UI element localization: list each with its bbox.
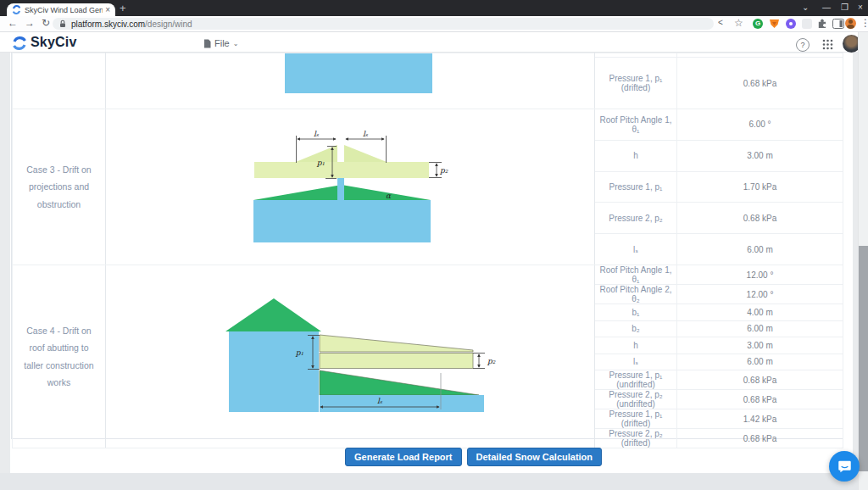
chat-widget-button[interactable]	[829, 451, 860, 482]
case3-ls-left-label: lₛ	[314, 130, 320, 138]
results-table-card: Pressure 1, p₁ (drifted) 0.68 kPa Case 3…	[11, 53, 843, 439]
page-scrollbar-thumb[interactable]	[859, 246, 868, 471]
file-menu[interactable]: File ⌄	[203, 38, 238, 48]
case4-diagram-cell: p₁ p₂ lₛ	[106, 265, 595, 448]
extensions-puzzle-icon[interactable]	[816, 19, 827, 29]
param-value: 6.00 m	[677, 320, 843, 337]
file-menu-label: File	[214, 38, 230, 48]
param-label: b₂	[595, 320, 677, 337]
bookmark-star-icon[interactable]: ☆	[734, 18, 743, 28]
back-icon[interactable]: ←	[8, 18, 18, 28]
tab-close-icon[interactable]: ×	[105, 6, 110, 14]
param-value: 6.00 m	[677, 234, 843, 265]
param-value: 1.42 kPa	[677, 409, 843, 429]
window-restore-icon[interactable]: ❐	[841, 3, 849, 12]
param-value: 12.00 °	[677, 265, 843, 285]
param-value: 0.68 kPa	[677, 429, 843, 448]
browser-menu-icon[interactable]: ⋮	[860, 18, 868, 28]
case3-p2-label: p₂	[439, 166, 448, 175]
avatar-face	[849, 19, 853, 24]
lock-icon	[59, 19, 66, 28]
param-label: b₁	[595, 304, 677, 321]
param-label: h	[595, 140, 677, 171]
skyciv-favicon	[12, 5, 21, 14]
case3-diagram-cell: lₛ lₛ p₁ p₂ α	[106, 109, 595, 265]
window-minimize-icon[interactable]: —	[822, 3, 831, 12]
share-icon[interactable]: <	[718, 19, 723, 27]
param-label: h	[595, 337, 677, 354]
window-menu-icon[interactable]: ⌄	[802, 3, 809, 12]
param-label: Pressure 1, p₁	[595, 171, 677, 203]
case4-ls-label: lₛ	[377, 397, 383, 405]
case4-diagram: p₁ p₂ lₛ	[106, 275, 593, 439]
browser-profile-avatar[interactable]	[845, 18, 856, 29]
url-text: platform.skyciv.com/design/wind	[71, 19, 192, 29]
case2-diagram-partial	[106, 53, 593, 109]
snow-results-table: Pressure 1, p₁ (drifted) 0.68 kPa Case 3…	[12, 53, 843, 448]
detailed-snow-calculation-button[interactable]: Detailed Snow Calculation	[467, 448, 603, 466]
action-buttons: Generate Load Report Detailed Snow Calcu…	[345, 448, 602, 466]
param-label: Roof Pitch Angle 1, θ₁	[595, 265, 677, 285]
case-label-cell	[13, 53, 106, 109]
brand-title[interactable]: SkyCiv	[31, 35, 77, 50]
param-label: Pressure 1, p₁ (undrifted)	[595, 370, 677, 390]
new-tab-button[interactable]: +	[120, 2, 126, 14]
case3-alpha-label: α	[386, 192, 392, 200]
metamask-extension-icon[interactable]	[769, 19, 780, 29]
param-value: 0.68 kPa	[677, 203, 843, 234]
file-chevron-icon: ⌄	[233, 40, 239, 47]
address-bar[interactable]: platform.skyciv.com/design/wind	[53, 18, 714, 30]
param-value: 0.68 kPa	[677, 58, 843, 109]
param-value: 4.00 m	[677, 304, 843, 321]
file-icon	[203, 39, 211, 48]
tab-title: SkyCiv Wind Load Genera	[25, 6, 103, 14]
param-value: 6.00 °	[677, 109, 843, 141]
skyciv-logo-icon[interactable]	[12, 36, 27, 51]
param-value: 6.00 m	[677, 354, 843, 370]
browser-tab[interactable]: SkyCiv Wind Load Genera ×	[7, 3, 115, 16]
param-value: 0.68 kPa	[677, 390, 843, 409]
footer-strip	[0, 473, 868, 490]
reload-icon[interactable]: ↻	[42, 18, 50, 28]
grammarly-extension-icon[interactable]: G	[753, 19, 763, 29]
case4-p1-label: p₁	[295, 348, 304, 357]
disabled-extension-icon[interactable]	[802, 19, 812, 29]
param-label: Pressure 1, p₁ (drifted)	[595, 58, 677, 109]
param-label: Pressure 2, p₂ (drifted)	[595, 429, 677, 448]
side-panel-icon[interactable]	[832, 19, 844, 29]
param-label: lₛ	[595, 234, 677, 265]
param-value: 12.00 °	[677, 285, 843, 304]
browser-titlebar: SkyCiv Wind Load Genera × + ⌄ — ❐ ×	[0, 0, 868, 16]
help-button[interactable]: ?	[796, 38, 810, 52]
case4-p2-label: p₂	[487, 357, 496, 365]
param-value: 3.00 m	[677, 140, 843, 171]
param-label: Pressure 1, p₁ (drifted)	[595, 409, 677, 429]
purple-extension-glyph	[789, 22, 793, 25]
param-label: Pressure 2, p₂ (undrifted)	[595, 390, 677, 409]
case3-p1-label: p₁	[316, 159, 326, 167]
case2-diagram-cell	[106, 53, 595, 109]
case4-label-cell: Case 4 - Drift on roof abutting to talle…	[13, 265, 106, 448]
chat-icon	[837, 459, 852, 474]
param-value: 1.70 kPa	[677, 171, 843, 203]
case3-label-cell: Case 3 - Drift on projections and obstru…	[13, 109, 106, 265]
apps-grid-icon[interactable]	[822, 39, 833, 50]
app-header	[0, 32, 858, 53]
param-label: Pressure 2, p₂	[595, 203, 677, 234]
url-domain: platform.skyciv.com	[71, 19, 145, 29]
param-label: Roof Pitch Angle 1, θ₁	[595, 109, 677, 141]
window-close-icon[interactable]: ×	[858, 3, 863, 12]
case3-diagram: lₛ lₛ p₁ p₂ α	[106, 109, 593, 264]
case3-ls-right-label: lₛ	[363, 130, 369, 138]
param-label: lₛ	[595, 354, 677, 370]
forward-icon[interactable]: →	[25, 18, 35, 28]
param-value: 0.68 kPa	[677, 370, 843, 390]
param-label: Roof Pitch Angle 2, θ₂	[595, 285, 677, 304]
url-path: /design/wind	[145, 19, 192, 29]
purple-extension-icon[interactable]	[786, 19, 796, 29]
generate-load-report-button[interactable]: Generate Load Report	[345, 448, 462, 466]
param-value: 3.00 m	[677, 337, 843, 354]
